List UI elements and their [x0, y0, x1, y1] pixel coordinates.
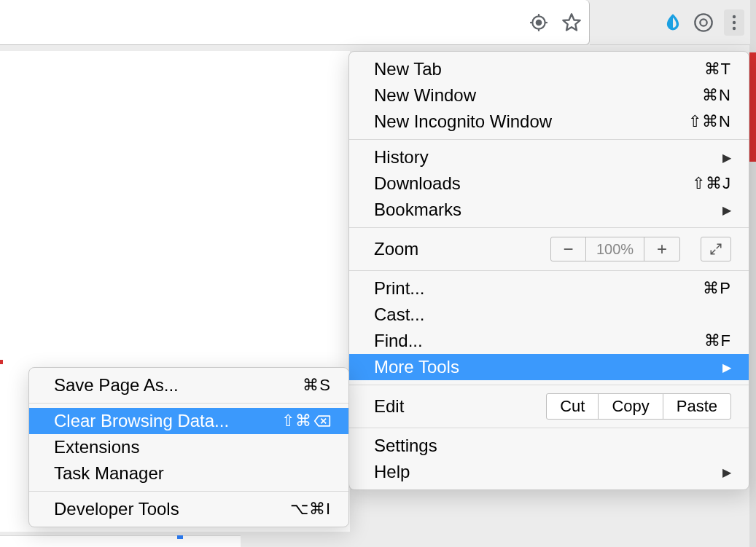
toolbar-right: [590, 0, 750, 45]
menu-shortcut: ⌥⌘I: [290, 500, 331, 519]
menu-label: Help: [374, 462, 722, 482]
menu-bookmarks[interactable]: Bookmarks ▶: [349, 197, 749, 223]
menu-new-window[interactable]: New Window ⌘N: [349, 82, 749, 109]
svg-point-9: [733, 15, 736, 17]
submenu-task-manager[interactable]: Task Manager: [29, 460, 348, 487]
svg-marker-6: [563, 14, 580, 30]
kebab-menu-icon[interactable]: [724, 9, 744, 36]
zoom-controls: − 100% +: [550, 237, 680, 261]
edit-label: Edit: [374, 396, 546, 417]
submenu-developer-tools[interactable]: Developer Tools ⌥⌘I: [29, 496, 348, 522]
menu-cast[interactable]: Cast...: [349, 302, 749, 328]
cut-button[interactable]: Cut: [546, 393, 599, 420]
menu-shortcut: ⌘P: [703, 279, 731, 298]
menu-shortcut: ⌘T: [704, 60, 731, 79]
menu-separator: [29, 491, 348, 492]
password-manager-icon[interactable]: [693, 12, 714, 33]
menu-label: Downloads: [374, 173, 692, 194]
menu-separator: [349, 227, 749, 228]
menu-shortcut: ⇧⌘N: [688, 112, 731, 131]
menu-label: Print...: [374, 278, 703, 299]
menu-separator: [349, 270, 749, 271]
menu-history[interactable]: History ▶: [349, 144, 749, 170]
submenu-arrow-icon: ▶: [722, 203, 731, 217]
submenu-extensions[interactable]: Extensions: [29, 434, 348, 460]
menu-label: History: [374, 147, 722, 168]
star-icon[interactable]: [561, 12, 582, 33]
submenu-save-page[interactable]: Save Page As... ⌘S: [29, 372, 348, 398]
svg-line-13: [711, 250, 715, 254]
menu-find[interactable]: Find... ⌘F: [349, 328, 749, 354]
menu-new-tab[interactable]: New Tab ⌘T: [349, 56, 749, 82]
menu-separator: [349, 139, 749, 140]
more-tools-submenu: Save Page As... ⌘S Clear Browsing Data..…: [28, 367, 349, 527]
menu-shortcut: ⇧⌘J: [692, 174, 731, 193]
menu-zoom-row: Zoom − 100% +: [349, 232, 749, 266]
status-bar: [0, 535, 241, 547]
delete-icon: [313, 414, 331, 428]
menu-label: Cast...: [374, 304, 731, 325]
submenu-arrow-icon: ▶: [722, 361, 731, 374]
fullscreen-button[interactable]: [701, 237, 731, 261]
submenu-arrow-icon: ▶: [722, 151, 731, 165]
menu-label: New Incognito Window: [374, 111, 688, 132]
menu-help[interactable]: Help ▶: [349, 459, 749, 485]
menu-label: Clear Browsing Data...: [54, 411, 281, 431]
zoom-value: 100%: [586, 237, 644, 261]
zoom-in-button[interactable]: +: [644, 237, 679, 261]
menu-print[interactable]: Print... ⌘P: [349, 275, 749, 302]
svg-point-10: [733, 20, 736, 23]
target-icon[interactable]: [529, 13, 548, 32]
svg-line-12: [717, 244, 721, 248]
menu-label: New Window: [374, 85, 702, 106]
s-extension-icon[interactable]: [663, 12, 683, 33]
menu-label: Settings: [374, 436, 731, 456]
zoom-out-button[interactable]: −: [551, 237, 586, 261]
submenu-clear-browsing-data[interactable]: Clear Browsing Data... ⇧⌘: [29, 408, 348, 434]
menu-settings[interactable]: Settings: [349, 433, 749, 459]
menu-shortcut: ⌘F: [704, 331, 731, 350]
loading-indicator: [177, 535, 183, 539]
zoom-label: Zoom: [374, 239, 550, 259]
menu-label: Developer Tools: [54, 499, 290, 519]
address-bar[interactable]: [0, 0, 590, 45]
menu-separator: [349, 385, 749, 385]
menu-label: Bookmarks: [374, 200, 722, 220]
svg-point-11: [733, 26, 736, 29]
menu-label: New Tab: [374, 59, 704, 79]
menu-label: Extensions: [54, 437, 331, 457]
svg-point-8: [700, 19, 706, 25]
menu-label: Find...: [374, 331, 704, 351]
menu-shortcut: ⇧⌘: [281, 412, 331, 430]
edit-buttons: Cut Copy Paste: [546, 393, 731, 420]
submenu-arrow-icon: ▶: [722, 465, 731, 479]
shortcut-prefix: ⇧⌘: [281, 412, 312, 430]
menu-new-incognito[interactable]: New Incognito Window ⇧⌘N: [349, 109, 749, 135]
paste-button[interactable]: Paste: [663, 393, 731, 420]
menu-more-tools[interactable]: More Tools ▶: [349, 354, 749, 380]
menu-shortcut: ⌘N: [702, 86, 731, 105]
chrome-main-menu: New Tab ⌘T New Window ⌘N New Incognito W…: [348, 51, 749, 490]
menu-label: More Tools: [374, 357, 722, 377]
menu-label: Save Page As...: [54, 375, 303, 396]
menu-shortcut: ⌘S: [303, 376, 331, 395]
copy-button[interactable]: Copy: [598, 393, 663, 420]
background-red-strip: [749, 52, 756, 162]
menu-separator: [29, 403, 348, 404]
menu-edit-row: Edit Cut Copy Paste: [349, 390, 749, 423]
menu-label: Task Manager: [54, 463, 331, 484]
menu-downloads[interactable]: Downloads ⇧⌘J: [349, 170, 749, 197]
menu-separator: [349, 428, 749, 428]
svg-point-1: [537, 20, 542, 25]
svg-point-7: [695, 14, 712, 31]
content-marker: [0, 360, 3, 364]
